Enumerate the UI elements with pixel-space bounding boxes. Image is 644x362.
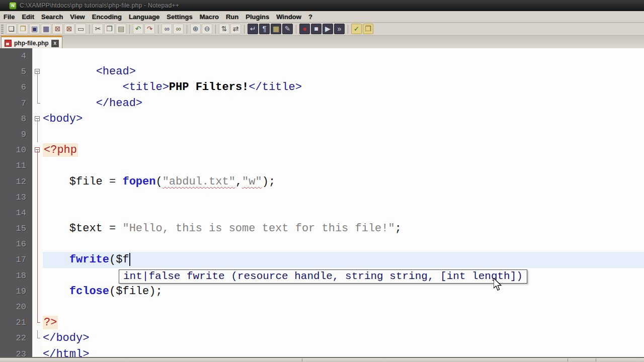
save-file-icon[interactable]: ▣ (29, 24, 40, 34)
zoom-in-icon[interactable]: ⊕ (190, 24, 201, 34)
cut-icon[interactable]: ✂ (93, 24, 103, 34)
close-file-icon[interactable]: ⊠ (52, 24, 63, 34)
code-text[interactable]: <head> (43, 64, 644, 79)
macro-stop-icon[interactable]: ■ (311, 24, 321, 34)
toolbar-separator (244, 25, 245, 34)
code-line-7: 7 </head> (0, 96, 644, 111)
code-text[interactable]: ?> (43, 315, 644, 330)
fold-toggle-icon[interactable] (32, 64, 43, 79)
fold-margin (32, 236, 43, 252)
mouse-cursor (494, 278, 502, 291)
fold-toggle-icon[interactable] (32, 111, 43, 127)
menu-language[interactable]: Language (125, 13, 163, 21)
zoom-out-icon[interactable]: ⊖ (202, 24, 212, 34)
code-line-5: 5 <head> (0, 64, 644, 79)
code-line-21: 21?> (0, 315, 644, 330)
sync-horizontal-icon[interactable]: ⇄ (230, 24, 241, 34)
show-all-chars-icon[interactable]: ¶ (259, 24, 270, 34)
code-text[interactable]: </body> (43, 330, 644, 346)
fold-margin (32, 190, 43, 205)
menu-window[interactable]: Window (273, 13, 305, 21)
toolbar-separator (158, 25, 158, 34)
line-number: 9 (0, 127, 32, 142)
code-text[interactable]: fclose($file); (43, 284, 644, 299)
menu-view[interactable]: View (66, 13, 88, 21)
fold-margin (32, 174, 43, 190)
menu-search[interactable]: Search (38, 13, 66, 21)
code-text[interactable]: <body> (43, 111, 644, 127)
menu-settings[interactable]: Settings (163, 13, 196, 21)
line-number: 14 (0, 205, 32, 221)
code-text[interactable] (43, 127, 644, 142)
line-number: 18 (0, 268, 32, 284)
fold-toggle-icon[interactable] (32, 142, 43, 158)
fold-margin (32, 221, 43, 236)
toolbar-grip[interactable] (1, 25, 4, 34)
line-number: 12 (0, 174, 32, 190)
line-number: 8 (0, 111, 32, 127)
new-file-icon[interactable]: ❏ (6, 24, 17, 34)
statusbar-separator (568, 358, 568, 361)
close-all-icon[interactable]: ⊠ (64, 24, 74, 34)
menu-plugins[interactable]: Plugins (242, 13, 273, 21)
find-icon[interactable]: ∞ (162, 24, 172, 34)
code-text[interactable] (43, 190, 644, 205)
indent-guide-icon[interactable]: ▦ (271, 24, 281, 34)
code-text[interactable]: $file = fopen("abdul.txt","w"); (43, 174, 644, 190)
tab-label: php-file.php (14, 40, 49, 47)
fold-margin (32, 127, 43, 142)
function-calltip: int|false fwrite (resource handle, strin… (119, 269, 527, 284)
word-wrap-icon[interactable]: ↵ (248, 24, 258, 34)
app-icon: N (9, 2, 17, 10)
fold-margin (32, 284, 43, 299)
macro-record-icon[interactable]: ● (299, 24, 310, 34)
menu-file[interactable]: File (0, 13, 18, 21)
spell-check-icon[interactable]: ✓ (351, 24, 362, 34)
open-recent-folder-icon[interactable]: ❒ (363, 24, 373, 34)
code-text[interactable]: $text = "Hello, this is some text for th… (43, 221, 644, 236)
tab-close-icon[interactable]: x (51, 40, 59, 47)
code-text[interactable] (43, 205, 644, 221)
code-text[interactable]: fwrite($f (43, 252, 644, 267)
undo-icon[interactable]: ↶ (133, 24, 143, 34)
paste-icon[interactable]: ▤ (116, 24, 126, 34)
tab-php-file[interactable]: php-file.php x (1, 36, 62, 49)
open-folder-icon[interactable]: ❐ (18, 24, 28, 34)
macro-play-icon[interactable]: ▶ (323, 24, 333, 34)
unsaved-changes-icon (5, 40, 12, 47)
menu-bar: FileEditSearchViewEncodingLanguageSettin… (0, 11, 644, 23)
code-text[interactable]: <?php (43, 142, 644, 158)
code-text[interactable] (43, 299, 644, 315)
code-text[interactable]: </html> (43, 346, 644, 357)
menu-[interactable]: ? (305, 13, 316, 21)
toolbar-separator (215, 25, 216, 34)
copy-icon[interactable]: ❐ (104, 24, 115, 34)
toolbar-separator (187, 25, 187, 34)
fold-margin (32, 79, 43, 95)
replace-icon[interactable]: ∞ (173, 24, 184, 34)
code-line-23: 23</html> (0, 346, 644, 357)
window-title: C:\XAMPP\htdocs\php tutorials\php-file.p… (20, 2, 179, 9)
line-number: 17 (0, 252, 32, 267)
user-define-dialog-icon[interactable]: ✎ (282, 24, 293, 34)
macro-run-multiple-icon[interactable]: » (334, 24, 345, 34)
code-line-19: 19 fclose($file); (0, 284, 644, 299)
menu-edit[interactable]: Edit (18, 13, 38, 21)
code-text[interactable]: <title>PHP Filters!</title> (43, 79, 644, 95)
print-icon[interactable]: ▭ (75, 24, 86, 34)
line-number: 11 (0, 158, 32, 173)
editor[interactable]: 45 <head>6 <title>PHP Filters!</title>7 … (0, 48, 644, 357)
redo-icon[interactable]: ↷ (144, 24, 155, 34)
save-all-icon[interactable]: ▦ (41, 24, 51, 34)
code-line-12: 12 $file = fopen("abdul.txt","w"); (0, 174, 644, 190)
menu-macro[interactable]: Macro (196, 13, 222, 21)
sync-vertical-icon[interactable]: ⇅ (219, 24, 229, 34)
fold-margin (32, 96, 43, 111)
line-number: 21 (0, 315, 32, 330)
code-text[interactable]: </head> (43, 96, 644, 111)
menu-run[interactable]: Run (222, 13, 242, 21)
code-text[interactable] (43, 236, 644, 252)
code-text[interactable] (43, 158, 644, 173)
menu-encoding[interactable]: Encoding (89, 13, 125, 21)
code-text[interactable] (43, 48, 644, 64)
